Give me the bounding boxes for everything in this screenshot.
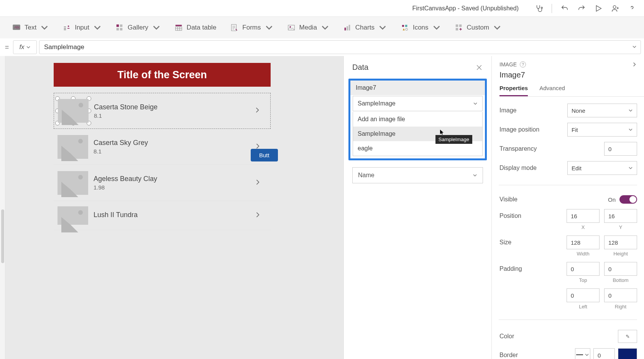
chevron-right-icon[interactable] — [632, 62, 637, 67]
dropdown-value: Fit — [572, 127, 578, 133]
item-subtitle: 1.98 — [94, 184, 157, 191]
svg-rect-5 — [117, 25, 119, 27]
option-label: eagle — [358, 145, 373, 152]
ribbon-input[interactable]: Input — [62, 23, 102, 32]
name-dropdown[interactable]: Name — [352, 167, 483, 183]
data-panel: Data Image7 SampleImage Add an image fil… — [343, 56, 491, 359]
dropdown-option[interactable]: eagle — [353, 141, 482, 156]
gallery-item[interactable]: Ageless Beauty Clay 1.98 — [54, 165, 271, 201]
sublabel: Bottom — [604, 277, 637, 283]
position-x-input[interactable] — [567, 209, 600, 223]
border-color-swatch[interactable] — [618, 348, 637, 359]
image-placeholder-icon — [58, 135, 88, 159]
ribbon-media[interactable]: Media — [287, 23, 329, 32]
dropdown-option[interactable]: Add an image file — [353, 112, 482, 127]
ribbon-icons[interactable]: Icons — [401, 23, 441, 32]
gallery-item-selected[interactable]: Caserta Stone Beige 8.1 — [54, 93, 271, 129]
svg-point-0 — [541, 7, 543, 8]
formula-bar: = fx SampleImage — [0, 38, 644, 56]
dropdown-value: None — [572, 107, 585, 114]
position-y-input[interactable] — [604, 209, 637, 223]
chevron-right-icon[interactable] — [254, 211, 261, 220]
redo-icon[interactable] — [577, 4, 586, 13]
ribbon-custom[interactable]: Custom — [455, 23, 502, 32]
close-icon[interactable] — [475, 64, 483, 71]
data-field-label: Image7 — [350, 81, 485, 95]
item-subtitle: 8.1 — [94, 112, 158, 119]
sublabel: Y — [604, 224, 637, 230]
expand-formula-icon[interactable] — [632, 43, 637, 51]
data-panel-title: Data — [352, 63, 368, 72]
item-title: Caserta Sky Grey — [94, 139, 148, 147]
share-icon[interactable] — [611, 4, 619, 13]
sublabel: Right — [604, 304, 637, 310]
padding-top-input[interactable] — [567, 262, 600, 276]
image-position-dropdown[interactable]: Fit — [567, 123, 637, 137]
help-icon[interactable]: ? — [520, 61, 526, 68]
scrollbar-thumb[interactable] — [1, 209, 4, 263]
transparency-input[interactable] — [604, 142, 637, 156]
visible-toggle[interactable] — [619, 195, 637, 204]
property-tabs: Properties Advanced — [499, 85, 644, 97]
prop-position: Position — [499, 209, 637, 223]
chevron-right-icon[interactable] — [254, 178, 261, 188]
fx-button[interactable]: fx — [13, 40, 37, 54]
chevron-right-icon[interactable] — [253, 106, 261, 115]
gallery[interactable]: Caserta Stone Beige 8.1 Caserta Sky Grey… — [54, 93, 271, 230]
canvas-area[interactable]: Title of the Screen Caserta Stone Beige … — [5, 56, 343, 359]
prop-label: Display mode — [499, 165, 567, 171]
formula-input[interactable]: SampleImage — [39, 40, 641, 54]
ribbon-forms[interactable]: Forms — [230, 23, 273, 32]
image-placeholder-icon[interactable] — [58, 99, 89, 123]
sublabel: Left — [567, 304, 600, 310]
prop-padding: Padding — [499, 262, 637, 276]
tab-properties[interactable]: Properties — [499, 85, 528, 96]
canvas-button-label: Butt — [259, 152, 269, 158]
properties-panel: IMAGE ? Image7 Properties Advanced Image… — [491, 56, 644, 359]
ribbon-label: Forms — [242, 24, 261, 31]
color-picker-button[interactable]: ✎ — [618, 330, 637, 343]
control-type-row: IMAGE ? — [499, 61, 644, 68]
screen-title-bar[interactable]: Title of the Screen — [54, 63, 271, 87]
sublabel: Width — [567, 251, 600, 257]
left-rail[interactable] — [0, 56, 5, 359]
svg-point-19 — [406, 28, 408, 31]
gallery-item[interactable]: Lush II Tundra — [54, 201, 271, 230]
dropdown-option-hover[interactable]: SampleImage SampleImage — [353, 127, 482, 141]
ribbon-label: Custom — [467, 24, 490, 31]
ribbon-charts[interactable]: Charts — [343, 23, 387, 32]
image-dropdown[interactable]: None — [567, 104, 637, 117]
help-icon[interactable] — [628, 4, 636, 13]
prop-padding-lr — [499, 288, 637, 302]
image-placeholder-icon — [58, 206, 88, 225]
height-input[interactable] — [604, 235, 637, 249]
option-label: SampleImage — [358, 130, 396, 137]
padding-left-input[interactable] — [567, 288, 600, 302]
gallery-item[interactable]: Caserta Sky Grey 8.1 — [54, 129, 271, 165]
svg-rect-14 — [345, 28, 346, 30]
prop-label: Visible — [499, 196, 608, 203]
padding-right-input[interactable] — [604, 288, 637, 302]
stethoscope-icon[interactable] — [535, 4, 543, 13]
display-mode-dropdown[interactable]: Edit — [567, 161, 637, 175]
image-data-dropdown[interactable]: SampleImage — [353, 96, 483, 111]
undo-icon[interactable] — [560, 4, 569, 13]
separator — [552, 4, 552, 13]
ribbon-text[interactable]: Abc Text — [12, 23, 49, 32]
prop-label: Color — [499, 333, 618, 340]
prop-transparency: Transparency — [499, 142, 637, 156]
border-width-input[interactable] — [593, 348, 615, 359]
ribbon-label: Input — [75, 24, 89, 31]
prop-size: Size — [499, 235, 637, 249]
play-icon[interactable] — [594, 4, 603, 13]
ribbon-gallery[interactable]: Gallery — [115, 23, 161, 32]
canvas-button[interactable]: Butt — [251, 149, 278, 161]
width-input[interactable] — [567, 235, 600, 249]
prop-display-mode: Display mode Edit — [499, 161, 637, 175]
padding-bottom-input[interactable] — [604, 262, 637, 276]
prop-label: Position — [499, 212, 567, 219]
tab-advanced[interactable]: Advanced — [539, 85, 565, 96]
sublabel: Top — [567, 277, 600, 283]
border-style-dropdown[interactable] — [575, 348, 590, 359]
ribbon-datatable[interactable]: Data table — [174, 23, 217, 32]
